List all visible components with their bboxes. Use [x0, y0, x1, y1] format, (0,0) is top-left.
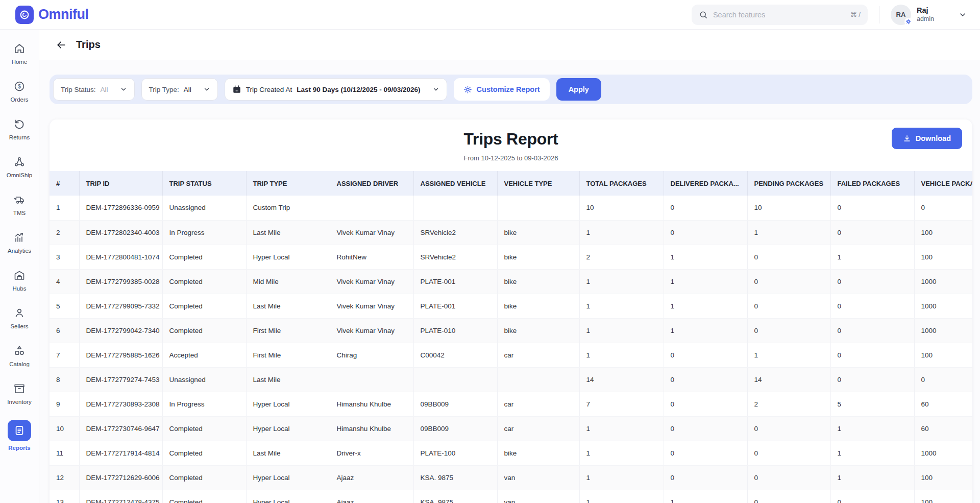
sidebar-item-hubs[interactable]: Hubs [1, 269, 38, 292]
sidebar-nav: Home$OrdersReturnsOmniShipTMSAnalyticsHu… [0, 30, 39, 503]
sidebar-item-returns[interactable]: Returns [1, 117, 38, 140]
table-cell: 0 [664, 220, 747, 245]
apply-button[interactable]: Apply [556, 78, 601, 101]
trip-type-filter[interactable]: Trip Type: All [141, 78, 218, 101]
global-search[interactable]: ⌘ / [692, 5, 868, 25]
table-cell: Accepted [162, 343, 246, 367]
apply-label: Apply [569, 85, 589, 93]
table-row[interactable]: 5DEM-1772799095-7332CompletedLast MileVi… [50, 294, 972, 318]
sidebar-item-analytics[interactable]: Analytics [1, 231, 38, 254]
sidebar-item-label: OmniShip [7, 172, 33, 178]
customize-report-button[interactable]: Customize Report [454, 78, 550, 101]
table-row[interactable]: 7DEM-1772795885-1626AcceptedFirst MileCh… [50, 343, 972, 367]
table-cell: 1000 [914, 441, 972, 465]
sidebar-item-label: Reports [8, 445, 30, 451]
sidebar-item-reports[interactable]: Reports [1, 420, 38, 451]
sidebar-item-tms[interactable]: TMS [1, 193, 38, 216]
sidebar-item-omniship[interactable]: OmniShip [1, 155, 38, 178]
table-row[interactable]: 8DEM-1772779274-7453UnassignedLast Mile1… [50, 367, 972, 392]
table-cell: 0 [664, 196, 747, 220]
sidebar-item-catalog[interactable]: Catalog [1, 344, 38, 367]
table-cell: PLATE-001 [413, 269, 497, 294]
user-menu[interactable]: RA Raj admin [891, 5, 934, 25]
table-cell: 1 [664, 294, 747, 318]
brand-logo[interactable]: Omniful [15, 6, 89, 24]
table-cell: 1000 [914, 294, 972, 318]
table-cell [330, 367, 413, 392]
chevron-down-icon[interactable] [959, 11, 967, 19]
table-cell: 1 [579, 220, 664, 245]
table-cell: 0 [747, 441, 830, 465]
table-cell: DEM-1772712478-4375 [79, 490, 162, 503]
trips-table-container[interactable]: #TRIP IDTRIP STATUSTRIP TYPEASSIGNED DRI… [50, 171, 972, 503]
table-cell: 7 [50, 343, 79, 367]
table-row[interactable]: 3DEM-1772800481-1074CompletedHyper Local… [50, 245, 972, 269]
table-cell: 0 [830, 220, 914, 245]
table-cell: 0 [914, 367, 972, 392]
table-cell: 100 [914, 220, 972, 245]
table-cell: bike [497, 294, 579, 318]
hubs-icon [13, 269, 26, 282]
table-cell: Himanshu Khulbe [330, 416, 413, 441]
table-row[interactable]: 9DEM-1772730893-2308In ProgressHyper Loc… [50, 392, 972, 416]
table-cell: Completed [162, 245, 246, 269]
table-cell: 0 [664, 392, 747, 416]
sidebar-item-label: Sellers [10, 323, 28, 329]
sidebar-item-orders[interactable]: $Orders [1, 80, 38, 103]
table-row[interactable]: 6DEM-1772799042-7340CompletedFirst MileV… [50, 318, 972, 343]
brand-name: Omniful [38, 7, 89, 22]
table-cell: 0 [747, 269, 830, 294]
column-header: # [50, 171, 79, 196]
table-cell: First Mile [246, 318, 330, 343]
trip-status-filter[interactable]: Trip Status: All [53, 78, 135, 101]
table-cell: DEM-1772795885-1626 [79, 343, 162, 367]
table-cell: Unassigned [162, 196, 246, 220]
table-row[interactable]: 13DEM-1772712478-4375CompletedHyper Loca… [50, 490, 972, 503]
table-cell: PLATE-010 [413, 318, 497, 343]
sidebar-item-label: Catalog [9, 361, 30, 367]
table-row[interactable]: 10DEM-1772730746-9647CompletedHyper Loca… [50, 416, 972, 441]
table-cell: 5 [50, 294, 79, 318]
sidebar-item-inventory[interactable]: Inventory [1, 382, 38, 405]
table-cell: PLATE-001 [413, 294, 497, 318]
table-cell: bike [497, 220, 579, 245]
table-cell: Completed [162, 318, 246, 343]
table-cell: 5 [830, 392, 914, 416]
table-cell [497, 196, 579, 220]
table-row[interactable]: 4DEM-1772799385-0028CompletedMid MileViv… [50, 269, 972, 294]
column-header: VEHICLE TYPE [497, 171, 579, 196]
table-cell: 100 [914, 490, 972, 503]
table-cell: DEM-1772799095-7332 [79, 294, 162, 318]
table-cell: 1 [579, 441, 664, 465]
download-button[interactable]: Download [892, 128, 962, 149]
returns-icon [13, 117, 26, 131]
table-cell: Ajaaz [330, 490, 413, 503]
search-input[interactable] [713, 11, 845, 19]
table-cell: Completed [162, 465, 246, 490]
table-cell: 1 [579, 343, 664, 367]
table-cell: 10 [50, 416, 79, 441]
table-cell: 0 [664, 441, 747, 465]
sidebar-item-home[interactable]: Home [1, 42, 38, 65]
trip-type-value: All [184, 86, 191, 93]
table-cell: 1 [664, 245, 747, 269]
trip-created-at-filter[interactable]: Trip Created At Last 90 Days (10/12/2025… [225, 78, 447, 101]
table-cell: 09BB009 [413, 416, 497, 441]
table-cell: 1 [664, 318, 747, 343]
table-row[interactable]: 1DEM-1772896336-0959UnassignedCustom Tri… [50, 196, 972, 220]
table-cell: 1 [747, 343, 830, 367]
table-cell: Last Mile [246, 220, 330, 245]
table-cell: bike [497, 318, 579, 343]
table-row[interactable]: 12DEM-1772712629-6006CompletedHyper Loca… [50, 465, 972, 490]
sidebar-item-label: Home [12, 59, 28, 65]
table-cell: 09BB009 [413, 392, 497, 416]
table-row[interactable]: 11DEM-1772717914-4814CompletedLast MileD… [50, 441, 972, 465]
table-cell: 9 [50, 392, 79, 416]
table-cell: 1000 [914, 269, 972, 294]
table-row[interactable]: 2DEM-1772802340-4003In ProgressLast Mile… [50, 220, 972, 245]
table-cell: Chirag [330, 343, 413, 367]
back-button[interactable] [55, 38, 68, 52]
report-date-range: From 10-12-2025 to 09-03-2026 [62, 154, 960, 162]
sidebar-item-sellers[interactable]: Sellers [1, 306, 38, 329]
table-cell: In Progress [162, 392, 246, 416]
